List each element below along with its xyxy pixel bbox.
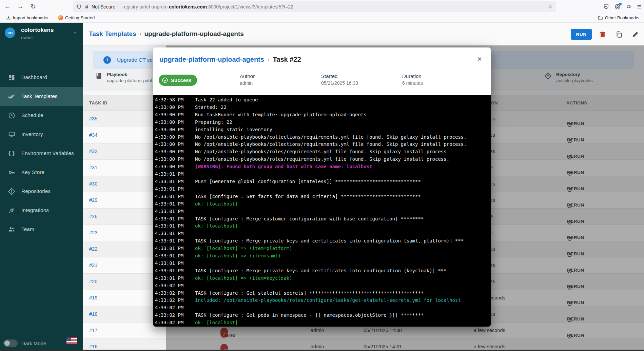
log-timestamp: 4:33:00 PM	[155, 111, 186, 119]
copy-icon[interactable]	[616, 31, 623, 38]
edit-pencil-icon[interactable]	[632, 31, 639, 38]
extensions-puzzle-icon[interactable]	[626, 4, 632, 9]
sidebar-item-inventory[interactable]: Inventory	[0, 125, 83, 144]
sidebar-item-integrations[interactable]: Integrations	[0, 201, 83, 220]
log-timestamp: 4:33:00 PM	[155, 156, 186, 163]
forward-icon[interactable]: →	[15, 1, 26, 12]
task-id-link[interactable]: #21	[89, 262, 97, 268]
sidebar-item-team[interactable]: Team	[0, 220, 83, 239]
log-message: ok: [localhost] => (item=saml)	[195, 252, 281, 260]
url-bar[interactable]: Not Secure registry-airtel-onprem.colort…	[73, 1, 556, 12]
task-id-link[interactable]: #20	[89, 279, 97, 284]
log-timestamp: 4:33:02 PM	[155, 290, 186, 297]
modal-task-number: Task #22	[273, 56, 301, 63]
breadcrumb-task-templates-link[interactable]: Task Templates	[89, 30, 136, 38]
log-line: 4:33:00 PM Run TaskRunner with template:…	[155, 111, 491, 119]
back-icon[interactable]: ←	[2, 1, 13, 12]
task-id-link[interactable]: #29	[89, 197, 97, 203]
log-line: 4:33:02 PM TASK [configure : Get pods in…	[155, 312, 491, 319]
sidebar-item-key-store[interactable]: Key Store	[0, 163, 83, 182]
log-timestamp: 4:33:00 PM	[155, 119, 186, 126]
run-button[interactable]: RUN	[571, 29, 592, 40]
sidebar-item-dashboard[interactable]: Dashboard	[0, 68, 83, 87]
task-id-link[interactable]: #17	[89, 328, 97, 333]
breadcrumb-current: upgrade-platform-upload-agents	[144, 30, 243, 38]
braces-icon: { }	[7, 149, 16, 157]
sidebar-item-schedule[interactable]: Schedule	[0, 106, 83, 125]
log-line: 4:33:01 PM	[155, 186, 491, 193]
task-id-link[interactable]: #22	[89, 246, 97, 252]
log-message: ok: [localhost]	[195, 200, 238, 208]
task-id-link[interactable]: #31	[89, 165, 97, 170]
task-id-link[interactable]: #26	[89, 214, 97, 219]
menu-hamburger-icon[interactable]: ≡	[637, 3, 641, 11]
delete-trash-icon[interactable]	[599, 31, 607, 38]
log-line: 4:33:00 PM No /opt/ansible-playbooks/rol…	[155, 148, 491, 156]
log-timestamp: 4:33:02 PM	[155, 282, 186, 290]
getting-started-item[interactable]: Getting Started	[58, 15, 95, 20]
playbook-label: Playbook	[107, 72, 152, 77]
log-line: 4:33:02 PM	[155, 304, 491, 312]
task-id-link[interactable]: #19	[89, 295, 97, 300]
playbook-card: Playbook upgrade-platform-publ	[95, 72, 152, 83]
site-security-chip[interactable]: Not Secure	[76, 3, 119, 10]
log-message: TASK [configure : Get pods in namespace …	[195, 312, 424, 319]
task-id-link[interactable]: #23	[89, 230, 97, 235]
sidebar-item-repositories[interactable]: Repositories	[0, 182, 83, 201]
log-message: TASK [configure : Merge private keys and…	[195, 237, 464, 245]
task-id-link[interactable]: #32	[89, 149, 97, 154]
us-flag-icon[interactable]	[66, 337, 77, 344]
plug-icon	[7, 206, 16, 214]
log-line: 4:33:01 PM ok: [localhost] => (item=plat…	[155, 245, 491, 252]
org-role: owner	[21, 35, 33, 40]
url-text[interactable]: registry-airtel-onprem.colortokens.com:3…	[122, 4, 545, 9]
log-line: 4:33:01 PM ok: [localhost]	[155, 222, 491, 230]
log-message: [WARNING]: Found both group and host wit…	[195, 163, 372, 171]
reload-icon[interactable]: ↻	[28, 1, 39, 12]
done-all-icon	[7, 92, 16, 100]
log-timestamp: 4:33:01 PM	[155, 267, 186, 275]
task-id-link[interactable]: #35	[89, 116, 97, 121]
log-timestamp: 4:33:00 PM	[155, 126, 186, 134]
log-timestamp: 4:33:01 PM	[155, 252, 186, 260]
log-timestamp: 4:33:02 PM	[155, 297, 186, 304]
task-id-link[interactable]: #34	[89, 132, 97, 138]
log-line: 4:33:01 PM	[155, 260, 491, 267]
sidebar-item-task-templates[interactable]: Task Templates	[0, 87, 83, 106]
bookmark-star-icon[interactable]: ☆	[548, 3, 553, 10]
log-timestamp: 4:33:01 PM	[155, 260, 186, 267]
sidebar-item-environment-variables[interactable]: { } Environment Variables	[0, 144, 83, 163]
dark-mode-toggle[interactable]	[3, 339, 18, 347]
log-timestamp: 4:33:01 PM	[155, 275, 186, 282]
pocket-icon[interactable]	[603, 4, 609, 9]
chevron-down-icon[interactable]: ⌄	[73, 29, 77, 35]
log-line: 4:33:00 PM installing static inventory	[155, 126, 491, 134]
log-timestamp: 4:33:00 PM	[155, 148, 186, 156]
key-icon	[7, 168, 16, 176]
close-icon[interactable]: ×	[477, 54, 482, 64]
check-circle-icon	[162, 77, 168, 83]
log-timestamp: 4:33:01 PM	[155, 178, 186, 186]
account-icon[interactable]	[614, 4, 621, 10]
log-timestamp: 4:33:01 PM	[155, 237, 186, 245]
info-icon: i	[103, 56, 111, 64]
other-bookmarks-item[interactable]: Other Bookmarks	[598, 15, 639, 20]
org-switcher[interactable]: co colortokens owner ⌄	[0, 23, 83, 47]
task-id-link[interactable]: #30	[89, 181, 97, 187]
log-timestamp: 4:33:01 PM	[155, 230, 186, 237]
log-message: No /opt/ansible-playbooks/roles/requirem…	[195, 156, 449, 163]
task-id-link[interactable]: #18	[89, 311, 97, 317]
modal-template-link[interactable]: upgrade-platform-upload-agents	[159, 56, 264, 63]
modal-duration: Duration 6 minutes	[402, 73, 423, 86]
log-line: 4:33:01 PM ok: [localhost] => (item=saml…	[155, 252, 491, 260]
log-message: ok: [localhost]	[195, 319, 238, 327]
task-id-link[interactable]: #16	[89, 344, 97, 349]
log-timestamp: 4:33:02 PM	[155, 312, 186, 319]
log-message: Started: 22	[195, 104, 227, 111]
log-line: 4:33:01 PM TASK [configure : Merge priva…	[155, 267, 491, 275]
dark-mode-label: Dark Mode	[21, 340, 46, 346]
import-bookmarks-item[interactable]: Import bookmarks...	[6, 15, 52, 20]
org-name: colortokens	[21, 27, 54, 34]
task-log-terminal[interactable]: 4:32:58 PM Task 22 added to queue 4:33:0…	[153, 95, 491, 327]
log-line: 4:33:01 PM PLAY [Generate global configu…	[155, 178, 491, 186]
